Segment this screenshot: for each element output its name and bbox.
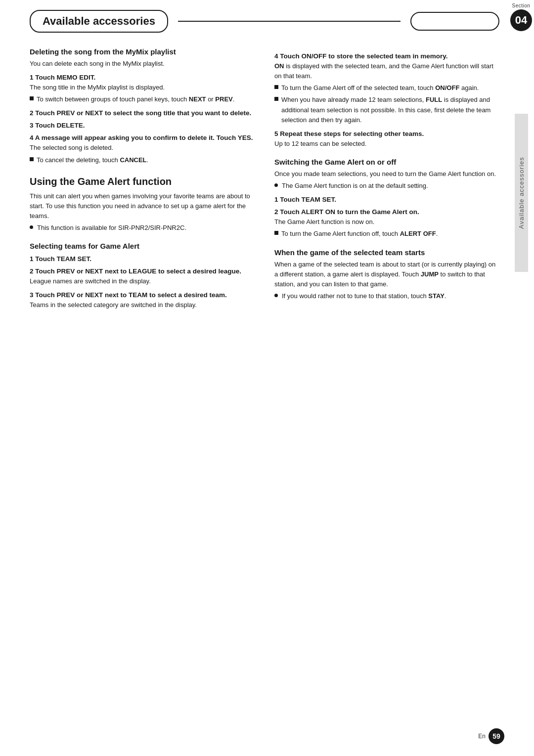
section-label: Section bbox=[512, 3, 531, 8]
switching-heading: Switching the Game Alert on or off bbox=[274, 158, 499, 166]
sel-step2-heading: 2 Touch PREV or NEXT next to LEAGUE to s… bbox=[30, 267, 255, 275]
main-content: Available accessories Deleting the song … bbox=[0, 0, 534, 342]
header-right-box bbox=[410, 12, 499, 31]
sw-step2-bullet: To turn the Game Alert function off, tou… bbox=[274, 229, 499, 239]
page-num-circle: 59 bbox=[489, 728, 504, 744]
round-bullet-icon bbox=[274, 294, 278, 297]
step4r-bullet2-text: When you have already made 12 team selec… bbox=[281, 95, 499, 125]
step3-heading: 3 Touch DELETE. bbox=[30, 122, 255, 129]
header-row: Available accessories bbox=[30, 10, 499, 33]
page-lang: En bbox=[478, 733, 486, 740]
step2-heading: 2 Touch PREV or NEXT to select the song … bbox=[30, 109, 255, 117]
step4r-bullet1-text: To turn the Game Alert off of the select… bbox=[281, 83, 479, 93]
when-bullet-text: If you would rather not to tune to that … bbox=[282, 291, 446, 301]
step4r-body: ON is displayed with the selected team, … bbox=[274, 61, 499, 81]
when-bullet: If you would rather not to tune to that … bbox=[274, 291, 499, 301]
square-bullet-icon bbox=[274, 231, 278, 235]
sidebar-label-text: Available accessories bbox=[515, 114, 528, 272]
switching-intro: Once you made team selections, you need … bbox=[274, 169, 499, 179]
step1-bullet: To switch between groups of touch panel … bbox=[30, 94, 255, 104]
when-intro: When a game of the selected team is abou… bbox=[274, 260, 499, 289]
sel-step1-heading: 1 Touch TEAM SET. bbox=[30, 255, 255, 263]
sel-step3-body: Teams in the selected category are switc… bbox=[30, 300, 255, 310]
step5r-body: Up to 12 teams can be selected. bbox=[274, 139, 499, 149]
round-bullet-icon bbox=[30, 225, 33, 229]
step4r-on: ON bbox=[274, 62, 284, 70]
switching-bullet-text: The Game Alert function is on at the def… bbox=[282, 181, 428, 191]
major-heading: Using the Game Alert function bbox=[30, 176, 255, 187]
section-number: 04 bbox=[510, 9, 532, 31]
step4-body: The selected song is deleted. bbox=[30, 143, 255, 153]
major-bullet: This function is available for SIR-PNR2/… bbox=[30, 223, 255, 233]
step4r-bullet1: To turn the Game Alert off of the select… bbox=[274, 83, 499, 93]
square-bullet-icon bbox=[30, 96, 34, 100]
major-intro: This unit can alert you when games invol… bbox=[30, 191, 255, 221]
step4r-heading: 4 Touch ON/OFF to store the selected tea… bbox=[274, 52, 499, 60]
square-bullet-icon bbox=[274, 97, 278, 101]
step1-heading: 1 Touch MEMO EDIT. bbox=[30, 74, 255, 81]
step4-heading: 4 A message will appear asking you to co… bbox=[30, 134, 255, 141]
deleting-heading: Deleting the song from the MyMix playlis… bbox=[30, 47, 255, 56]
square-bullet-icon bbox=[274, 85, 278, 89]
step1-body: The song title in the MyMix playlist is … bbox=[30, 83, 255, 92]
step4r-body-text: is displayed with the selected team, and… bbox=[274, 62, 493, 80]
step4-bullet-text: To cancel the deleting, touch CANCEL. bbox=[37, 155, 148, 165]
section-tab: Section 04 bbox=[508, 0, 534, 31]
sw-step2-heading: 2 Touch ALERT ON to turn the Game Alert … bbox=[274, 208, 499, 216]
sidebar-label: Available accessories bbox=[508, 99, 534, 287]
step1-bullet-text: To switch between groups of touch panel … bbox=[37, 94, 234, 104]
round-bullet-icon bbox=[274, 183, 278, 187]
sw-step2-body: The Game Alert function is now on. bbox=[274, 217, 499, 227]
page-title: Available accessories bbox=[30, 10, 168, 33]
left-column: Deleting the song from the MyMix playlis… bbox=[30, 47, 255, 312]
switching-bullet: The Game Alert function is on at the def… bbox=[274, 181, 499, 191]
sel-step2-body: League names are switched in the display… bbox=[30, 276, 255, 286]
step4r-bullet2: When you have already made 12 team selec… bbox=[274, 95, 499, 125]
right-column: 4 Touch ON/OFF to store the selected tea… bbox=[274, 47, 499, 312]
two-col-layout: Deleting the song from the MyMix playlis… bbox=[30, 47, 499, 312]
sel-step3-heading: 3 Touch PREV or NEXT next to TEAM to sel… bbox=[30, 291, 255, 299]
deleting-intro: You can delete each song in the MyMix pl… bbox=[30, 59, 255, 69]
step5r-heading: 5 Repeat these steps for selecting other… bbox=[274, 130, 499, 137]
page-number-area: En 59 bbox=[478, 728, 504, 744]
sw-step1-heading: 1 Touch TEAM SET. bbox=[274, 196, 499, 203]
when-heading: When the game of the selected team start… bbox=[274, 248, 499, 257]
step4-bullet: To cancel the deleting, touch CANCEL. bbox=[30, 155, 255, 165]
header-line bbox=[178, 21, 400, 22]
major-bullet-text: This function is available for SIR-PNR2/… bbox=[37, 223, 186, 233]
square-bullet-icon bbox=[30, 157, 34, 161]
sw-step2-bullet-text: To turn the Game Alert function off, tou… bbox=[281, 229, 438, 239]
selecting-heading: Selecting teams for Game Alert bbox=[30, 242, 255, 250]
